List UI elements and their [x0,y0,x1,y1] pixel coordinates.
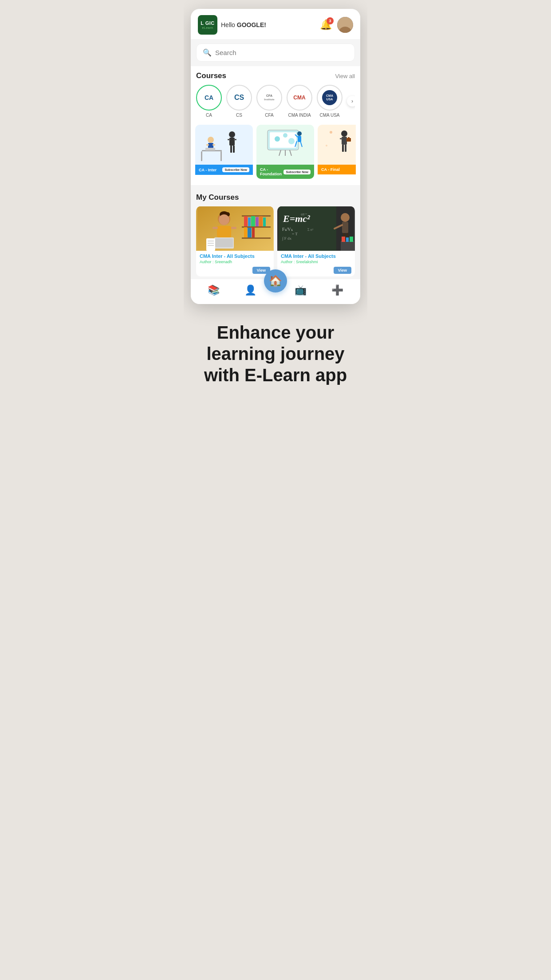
courses-title: Courses [196,71,226,80]
nav-item-add[interactable]: ➕ [327,283,348,298]
category-item-cfa[interactable]: CFA Institute CFA [256,85,282,118]
search-input[interactable] [215,49,348,56]
header: L GIC eLearn Hello GOOGLE! 🔔 3 [191,9,360,39]
category-circle-cma-india: CMA [287,85,312,111]
svg-rect-47 [242,237,271,239]
svg-point-2 [342,19,349,26]
svg-point-21 [283,133,287,138]
my-courses-title: My Courses [196,193,239,202]
course-card-name-ca-foundation: CA - Foundation [260,167,283,176]
view-all-button[interactable]: View all [335,73,355,79]
svg-rect-4 [201,151,202,161]
category-item-cs[interactable]: CS CS [226,85,252,118]
svg-rect-9 [213,144,215,146]
nav-item-courses[interactable]: 📚 [203,283,224,298]
app-logo: L GIC eLearn [198,15,217,35]
courses-nav-icon: 📚 [208,285,220,296]
category-item-cma-india[interactable]: CMA CMA INDIA [287,85,312,118]
home-fab-icon: 🏠 [269,275,282,287]
svg-rect-56 [252,227,255,237]
svg-rect-65 [215,238,233,247]
svg-text:= T: = T [292,232,298,236]
my-course-info-2: CMA Inter - All Subjects Author : Sreela… [277,251,355,267]
category-label-ca: CA [206,113,212,118]
my-course-author-2: Author : Sreelakshmi [281,260,351,264]
logo-sub: eLearn [202,26,213,29]
svg-rect-62 [213,227,218,229]
svg-rect-32 [342,137,347,145]
search-icon: 🔍 [203,48,212,57]
svg-rect-35 [342,145,344,152]
svg-text:Σ n²: Σ n² [307,228,314,232]
svg-line-26 [300,141,302,147]
svg-rect-37 [346,138,351,142]
course-card-ca-inter[interactable]: CA - Inter Subscribe Now [195,125,253,179]
videos-nav-icon: 📺 [295,285,307,296]
svg-rect-5 [220,151,222,161]
svg-rect-51 [256,217,259,226]
category-label-cma-india: CMA INDIA [288,113,311,118]
category-item-ca[interactable]: CA CA [196,85,222,118]
notification-button[interactable]: 🔔 3 [320,19,332,31]
category-item-cma-usa[interactable]: CMAUSA CMA USA [317,85,342,118]
category-label-cfa: CFA [265,113,273,118]
my-course-info-1: CMA Inter - All Subjects Author : Sreena… [196,251,274,267]
svg-rect-54 [244,227,247,237]
course-card-footer-ca-foundation: CA - Foundation Subscribe Now [256,165,314,179]
course-card-ca-foundation[interactable]: CA - Foundation Subscribe Now [256,125,314,179]
logo-text: L GIC [201,21,215,26]
home-fab-button[interactable]: 🏠 [264,269,287,292]
app-screen: L GIC eLearn Hello GOOGLE! 🔔 3 [191,9,360,304]
category-scroll: CA CA CS CS CFA [196,85,355,121]
course-card-name-ca-inter: CA - Inter [199,168,216,172]
svg-rect-38 [348,137,350,138]
course-card-name-ca-final: CA - Final [321,167,340,172]
svg-rect-11 [229,138,235,146]
svg-point-39 [330,131,332,134]
svg-point-78 [341,213,350,222]
svg-rect-14 [230,146,232,153]
my-course-author-1: Author : Sreenadh [200,260,270,264]
svg-point-10 [229,131,235,138]
course-card-image-ca-inter [195,125,253,165]
subscribe-button-ca-foundation[interactable]: Subscribe Now [283,170,311,174]
category-circle-cs: CS [226,85,252,111]
svg-rect-79 [342,222,348,233]
svg-text:φ₂=: φ₂= [301,212,307,216]
svg-rect-50 [251,216,255,226]
svg-rect-13 [234,139,236,140]
phone-container: L GIC eLearn Hello GOOGLE! 🔔 3 [184,0,367,980]
profile-nav-icon: 👤 [244,285,256,296]
avatar[interactable] [337,17,353,33]
svg-point-60 [219,214,229,225]
course-thumb-board: E=mc² F₁/V₁ = T ∫ F dx φ₂= Σ n² [277,206,355,251]
subscribe-button-ca-inter[interactable]: Subscribe Now [222,167,249,172]
category-circle-cfa: CFA Institute [256,85,282,111]
svg-line-28 [279,150,281,156]
greeting-text: Hello GOOGLE! [221,21,266,28]
ca-logo: CA [205,94,213,101]
logo-area: L GIC eLearn Hello GOOGLE! [198,15,266,35]
my-course-cards: CMA Inter - All Subjects Author : Sreena… [196,206,355,277]
category-circle-ca: CA [196,85,222,111]
my-course-card-2[interactable]: E=mc² F₁/V₁ = T ∫ F dx φ₂= Σ n² [277,206,355,277]
svg-rect-15 [233,146,235,153]
course-card-ca-final[interactable]: CA - Final [318,125,356,179]
nav-item-profile[interactable]: 👤 [240,283,261,298]
svg-rect-61 [217,226,231,237]
search-bar: 🔍 [196,43,355,62]
svg-rect-48 [244,216,248,226]
svg-point-1 [339,27,351,33]
category-scroll-arrow[interactable]: › [347,96,355,107]
svg-rect-85 [346,237,349,242]
view-button-2[interactable]: View [334,267,351,274]
course-card-footer-ca-final: CA - Final [318,165,356,174]
nav-item-videos[interactable]: 📺 [290,283,311,298]
tagline-text: Enhance your learning journey with E-Lea… [201,322,350,386]
my-course-card-1[interactable]: CMA Inter - All Subjects Author : Sreena… [196,206,274,277]
svg-rect-49 [248,217,251,226]
svg-point-6 [208,137,214,143]
notification-badge: 3 [327,17,334,24]
category-circle-cma-usa: CMAUSA [317,85,342,111]
course-thumb-study [196,206,274,251]
